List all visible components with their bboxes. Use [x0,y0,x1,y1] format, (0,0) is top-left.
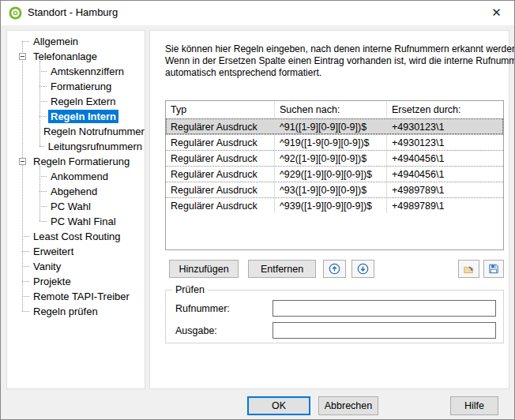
sidebar-item-label: Abgehend [48,185,100,198]
tree-connector-stub [39,191,47,192]
groupbox-legend: Prüfen [172,284,208,295]
add-button[interactable]: Hinzufügen [169,260,239,278]
cancel-button[interactable]: Abbrechen [318,396,378,415]
sidebar-item-label: Projekte [31,275,73,288]
column-header-typ[interactable]: Typ [166,101,275,118]
sidebar-item-vanity[interactable]: Vanity [7,259,145,274]
close-button[interactable]: ✕ [479,1,514,24]
rufnummer-label: Rufnummer: [175,303,230,314]
collapse-minus-icon[interactable] [19,53,26,60]
sidebar-item-ankommend[interactable]: Ankommend [7,169,145,184]
table-cell-typ: Regulärer Ausdruck [166,135,275,150]
table-cell-suchen: ^919([1-9[0-9][0-9])$ [275,135,387,150]
sidebar-item-telefonanlage[interactable]: Telefonanlage [7,49,145,64]
sidebar-item-label: Least Cost Routing [31,230,123,243]
sidebar-item-regeln-prüfen[interactable]: Regeln prüfen [7,304,145,319]
sidebar-item-least-cost-routing[interactable]: Least Cost Routing [7,229,145,244]
column-header-ersetzen[interactable]: Ersetzen durch: [387,101,503,118]
sidebar-item-label: Leitungsrufnummern [46,140,145,153]
sidebar-item-amtskennziffern[interactable]: Amtskennziffern [7,64,145,79]
description-line: Sie können hier Regeln eingeben, nach de… [165,43,508,55]
tree-connector-stub [22,296,29,297]
sidebar-item-regeln-intern[interactable]: Regeln Intern [7,109,145,124]
description-line: Wenn in der Ersetzen Spalte einen Eintra… [165,55,508,67]
table-row[interactable]: Regulärer Ausdruck^91([1-9][0-9][0-9])$+… [166,118,503,134]
tree-connector-stub [22,281,29,282]
sidebar-item-projekte[interactable]: Projekte [7,274,145,289]
sidebar-item-label: Vanity [31,260,63,273]
tree-connector-stub [22,251,29,252]
down-arrow-circle-icon [357,262,369,276]
table-cell-typ: Regulärer Ausdruck [166,151,275,166]
app-icon [9,6,22,20]
tree-connector-stub [39,116,47,117]
sidebar-item-label: Remote TAPI-Treiber [31,290,132,303]
ausgabe-input[interactable] [273,322,496,339]
table-cell-ersetzen: +4940456\1 [387,167,503,182]
sidebar-item-label: Regeln Extern [48,95,118,108]
settings-tree: AllgemeinTelefonanlageAmtskennziffernFor… [6,30,145,389]
table-cell-ersetzen: +4989789\1 [387,182,503,197]
table-row[interactable]: Regulärer Ausdruck^93([1-9][0-9][0-9])$+… [166,182,503,197]
sidebar-item-label: Ankommend [48,170,111,183]
sidebar-item-allgemein[interactable]: Allgemein [7,34,145,49]
up-arrow-circle-icon [329,262,340,276]
sidebar-item-erweitert[interactable]: Erweitert [7,244,145,259]
save-floppy-icon [489,263,498,275]
pruefen-groupbox: Prüfen Rufnummer: Ausgabe: [165,290,504,343]
window-title: Standort - Hamburg [28,6,118,18]
regeln-intern-page: Sie können hier Regeln eingeben, nach de… [149,30,509,389]
tree-connector-stub [22,266,29,267]
collapse-minus-icon[interactable] [19,158,26,165]
tree-connector-stub [22,236,29,237]
table-cell-ersetzen: +4989789\1 [387,198,503,213]
table-cell-suchen: ^929([1-9][0-9][0-9])$ [275,167,387,182]
sidebar-item-label: Amtskennziffern [48,65,126,78]
sidebar-item-label: PC Wahl Final [48,215,118,228]
tree-connector-stub [22,41,29,42]
sidebar-item-pc-wahl-final[interactable]: PC Wahl Final [7,214,145,229]
close-icon: ✕ [491,6,502,20]
move-down-button[interactable] [351,260,374,278]
table-row[interactable]: Regulärer Ausdruck^929([1-9][0-9][0-9])$… [166,166,503,182]
import-rules-button[interactable] [458,260,479,278]
column-header-suchen[interactable]: Suchen nach: [275,101,387,118]
move-up-button[interactable] [323,260,346,278]
tree-connector-stub [39,206,47,207]
sidebar-item-label: Formatierung [48,80,114,93]
sidebar-item-abgehend[interactable]: Abgehend [7,184,145,199]
sidebar-item-formatierung[interactable]: Formatierung [7,79,145,94]
page-description: Sie können hier Regeln eingeben, nach de… [165,43,508,79]
table-cell-typ: Regulärer Ausdruck [166,167,275,182]
sidebar-item-pc-wahl[interactable]: PC Wahl [7,199,145,214]
sidebar-item-leitungsrufnummern[interactable]: Leitungsrufnummern [7,139,145,154]
settings-dialog: Standort - Hamburg ✕ AllgemeinTelefonanl… [0,0,515,420]
tree-connector-stub [39,86,47,87]
tree-connector-stub [39,101,47,102]
rules-table[interactable]: Typ Suchen nach: Ersetzen durch: Regulär… [165,100,504,250]
table-cell-ersetzen: +4930123\1 [387,135,503,150]
table-cell-suchen: ^92([1-9][0-9][0-9])$ [275,151,387,166]
table-row[interactable]: Regulärer Ausdruck^939([1-9][0-9][0-9])$… [166,197,503,213]
table-row[interactable]: Regulärer Ausdruck^919([1-9[0-9][0-9])$+… [166,134,503,150]
remove-button[interactable]: Entfernen [248,260,316,278]
save-rules-button[interactable] [483,260,504,278]
rufnummer-input[interactable] [273,300,496,317]
sidebar-item-remote-tapi-treiber[interactable]: Remote TAPI-Treiber [7,289,145,304]
table-cell-suchen: ^91([1-9][0-9][0-9])$ [275,119,387,134]
table-cell-ersetzen: +4930123\1 [387,119,503,134]
sidebar-item-regeln-formatierung[interactable]: Regeln Formatierung [7,154,145,169]
tree-connector-stub [39,176,47,177]
sidebar-item-regeln-notrufnummer[interactable]: Regeln Notrufnummer [7,124,145,139]
table-header: Typ Suchen nach: Ersetzen durch: [166,101,503,118]
help-button[interactable]: Hilfe [450,396,498,415]
title-bar: Standort - Hamburg ✕ [1,1,514,25]
sidebar-item-label: Allgemein [31,35,81,48]
table-row[interactable]: Regulärer Ausdruck^92([1-9][0-9][0-9])$+… [166,150,503,166]
sidebar-item-regeln-extern[interactable]: Regeln Extern [7,94,145,109]
ok-button[interactable]: OK [247,396,310,415]
table-cell-typ: Regulärer Ausdruck [166,182,275,197]
tree-connector-stub [22,311,29,312]
sidebar-item-label: Telefonanlage [31,50,100,63]
sidebar-item-label: PC Wahl [48,200,93,213]
